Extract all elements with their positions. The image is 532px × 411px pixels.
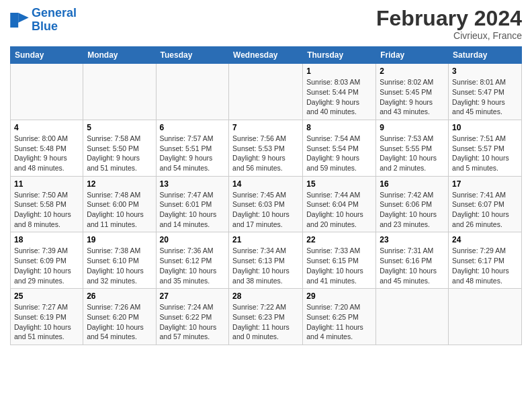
calendar-week-row: 4Sunrise: 8:00 AM Sunset: 5:48 PM Daylig… [11,120,522,176]
calendar-cell: 9Sunrise: 7:53 AM Sunset: 5:55 PM Daylig… [376,120,449,176]
calendar-cell: 4Sunrise: 8:00 AM Sunset: 5:48 PM Daylig… [11,120,83,176]
calendar-cell: 12Sunrise: 7:48 AM Sunset: 6:00 PM Dayli… [83,176,156,232]
day-number: 4 [14,123,79,132]
day-number: 29 [306,291,372,301]
calendar-body: 1Sunrise: 8:03 AM Sunset: 5:44 PM Daylig… [11,64,522,345]
day-number: 25 [14,291,79,301]
day-number: 18 [14,235,79,244]
logo: General Blue [10,7,77,34]
day-info: Sunrise: 7:36 AM Sunset: 6:12 PM Dayligh… [160,246,226,285]
calendar-cell: 26Sunrise: 7:26 AM Sunset: 6:20 PM Dayli… [83,289,156,345]
calendar-cell: 27Sunrise: 7:24 AM Sunset: 6:22 PM Dayli… [156,289,229,345]
day-number: 22 [306,235,372,244]
day-number: 15 [306,179,372,189]
logo-line2: Blue [32,20,77,34]
day-info: Sunrise: 7:54 AM Sunset: 5:54 PM Dayligh… [306,134,372,173]
day-info: Sunrise: 7:27 AM Sunset: 6:19 PM Dayligh… [14,302,79,342]
calendar-cell: 17Sunrise: 7:41 AM Sunset: 6:07 PM Dayli… [449,176,522,232]
day-info: Sunrise: 7:45 AM Sunset: 6:03 PM Dayligh… [232,190,299,230]
day-info: Sunrise: 8:01 AM Sunset: 5:47 PM Dayligh… [452,77,518,117]
calendar-cell: 19Sunrise: 7:38 AM Sunset: 6:10 PM Dayli… [83,232,156,289]
weekday-header: Wednesday [229,47,303,64]
day-info: Sunrise: 7:38 AM Sunset: 6:10 PM Dayligh… [87,246,152,285]
calendar-cell: 3Sunrise: 8:01 AM Sunset: 5:47 PM Daylig… [449,64,522,120]
calendar-cell [449,289,522,345]
day-info: Sunrise: 7:22 AM Sunset: 6:23 PM Dayligh… [232,302,299,342]
calendar-cell: 16Sunrise: 7:42 AM Sunset: 6:06 PM Dayli… [376,176,449,232]
calendar-cell: 15Sunrise: 7:44 AM Sunset: 6:04 PM Dayli… [303,176,376,232]
day-number: 12 [87,179,152,189]
day-number: 3 [452,66,518,76]
day-number: 9 [380,123,445,132]
day-info: Sunrise: 8:02 AM Sunset: 5:45 PM Dayligh… [380,77,445,117]
day-number: 14 [232,179,299,189]
day-number: 6 [160,123,226,132]
day-info: Sunrise: 7:44 AM Sunset: 6:04 PM Dayligh… [306,190,372,230]
header-row: SundayMondayTuesdayWednesdayThursdayFrid… [11,47,522,64]
weekday-header: Saturday [449,47,522,64]
calendar-cell: 10Sunrise: 7:51 AM Sunset: 5:57 PM Dayli… [449,120,522,176]
day-number: 10 [452,123,518,132]
day-info: Sunrise: 7:20 AM Sunset: 6:25 PM Dayligh… [306,302,372,342]
weekday-header: Tuesday [156,47,229,64]
calendar-subtitle: Civrieux, France [376,30,522,41]
calendar-table: SundayMondayTuesdayWednesdayThursdayFrid… [10,46,522,345]
calendar-header: SundayMondayTuesdayWednesdayThursdayFrid… [11,47,522,64]
calendar-cell: 1Sunrise: 8:03 AM Sunset: 5:44 PM Daylig… [303,64,376,120]
logo-icon [10,13,29,28]
day-number: 23 [380,235,445,244]
day-number: 20 [160,235,226,244]
calendar-week-row: 25Sunrise: 7:27 AM Sunset: 6:19 PM Dayli… [11,289,522,345]
calendar-cell: 20Sunrise: 7:36 AM Sunset: 6:12 PM Dayli… [156,232,229,289]
day-info: Sunrise: 7:53 AM Sunset: 5:55 PM Dayligh… [380,134,445,173]
calendar-cell: 11Sunrise: 7:50 AM Sunset: 5:58 PM Dayli… [11,176,83,232]
day-info: Sunrise: 7:42 AM Sunset: 6:06 PM Dayligh… [380,190,445,230]
calendar-cell: 28Sunrise: 7:22 AM Sunset: 6:23 PM Dayli… [229,289,303,345]
calendar-cell [11,64,83,120]
day-info: Sunrise: 7:58 AM Sunset: 5:50 PM Dayligh… [87,134,152,173]
calendar-cell: 18Sunrise: 7:39 AM Sunset: 6:09 PM Dayli… [11,232,83,289]
calendar-cell: 2Sunrise: 8:02 AM Sunset: 5:45 PM Daylig… [376,64,449,120]
day-info: Sunrise: 8:03 AM Sunset: 5:44 PM Dayligh… [306,77,372,117]
day-number: 28 [232,291,299,301]
calendar-cell: 7Sunrise: 7:56 AM Sunset: 5:53 PM Daylig… [229,120,303,176]
day-number: 8 [306,123,372,132]
day-number: 11 [14,179,79,189]
calendar-cell: 5Sunrise: 7:58 AM Sunset: 5:50 PM Daylig… [83,120,156,176]
day-info: Sunrise: 7:33 AM Sunset: 6:15 PM Dayligh… [306,246,372,285]
day-info: Sunrise: 7:47 AM Sunset: 6:01 PM Dayligh… [160,190,226,230]
day-number: 17 [452,179,518,189]
calendar-cell: 23Sunrise: 7:31 AM Sunset: 6:16 PM Dayli… [376,232,449,289]
day-number: 2 [380,66,445,76]
day-info: Sunrise: 7:57 AM Sunset: 5:51 PM Dayligh… [160,134,226,173]
day-number: 5 [87,123,152,132]
calendar-cell: 29Sunrise: 7:20 AM Sunset: 6:25 PM Dayli… [303,289,376,345]
day-number: 16 [380,179,445,189]
day-info: Sunrise: 7:51 AM Sunset: 5:57 PM Dayligh… [452,134,518,173]
calendar-cell: 14Sunrise: 7:45 AM Sunset: 6:03 PM Dayli… [229,176,303,232]
day-info: Sunrise: 7:31 AM Sunset: 6:16 PM Dayligh… [380,246,445,285]
calendar-cell: 8Sunrise: 7:54 AM Sunset: 5:54 PM Daylig… [303,120,376,176]
day-number: 13 [160,179,226,189]
day-number: 1 [306,66,372,76]
day-info: Sunrise: 7:39 AM Sunset: 6:09 PM Dayligh… [14,246,79,285]
day-info: Sunrise: 7:34 AM Sunset: 6:13 PM Dayligh… [232,246,299,285]
calendar-cell: 25Sunrise: 7:27 AM Sunset: 6:19 PM Dayli… [11,289,83,345]
day-info: Sunrise: 7:29 AM Sunset: 6:17 PM Dayligh… [452,246,518,285]
day-number: 24 [452,235,518,244]
calendar-week-row: 11Sunrise: 7:50 AM Sunset: 5:58 PM Dayli… [11,176,522,232]
title-block: February 2024 Civrieux, France [376,7,522,41]
day-number: 7 [232,123,299,132]
svg-marker-1 [18,13,29,23]
calendar-cell: 21Sunrise: 7:34 AM Sunset: 6:13 PM Dayli… [229,232,303,289]
calendar-cell: 6Sunrise: 7:57 AM Sunset: 5:51 PM Daylig… [156,120,229,176]
day-info: Sunrise: 7:41 AM Sunset: 6:07 PM Dayligh… [452,190,518,230]
day-number: 27 [160,291,226,301]
calendar-cell [83,64,156,120]
day-info: Sunrise: 7:48 AM Sunset: 6:00 PM Dayligh… [87,190,152,230]
calendar-week-row: 1Sunrise: 8:03 AM Sunset: 5:44 PM Daylig… [11,64,522,120]
day-number: 26 [87,291,152,301]
calendar-cell [376,289,449,345]
calendar-cell: 24Sunrise: 7:29 AM Sunset: 6:17 PM Dayli… [449,232,522,289]
calendar-title: February 2024 [376,7,522,30]
